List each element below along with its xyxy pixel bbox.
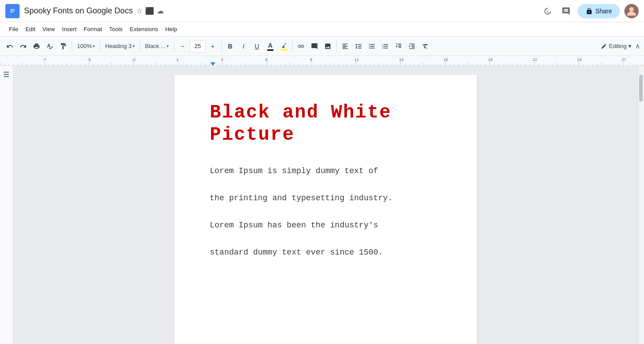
separator-6 [292, 41, 293, 52]
paint-format-button[interactable] [57, 39, 69, 53]
drive-icon[interactable]: ⬛ [145, 7, 154, 15]
separator-3 [140, 41, 140, 52]
menu-extensions[interactable]: Extensions [126, 24, 162, 34]
separator-1 [72, 41, 72, 52]
text-color-bar [267, 49, 273, 51]
highlight-color-button[interactable] [277, 39, 290, 53]
svg-point-5 [629, 7, 634, 12]
highlight-icon [281, 42, 287, 49]
title-bar: Spooky Fonts on Google Docs ☆ ⬛ ☁ Share [0, 0, 644, 22]
decrease-font-button[interactable]: − [176, 39, 189, 53]
menu-help[interactable]: Help [162, 24, 181, 34]
svg-rect-3 [10, 12, 13, 12]
font-name-arrow: ▾ [167, 44, 169, 49]
font-name-dropdown[interactable]: Black ... ▾ [143, 39, 171, 53]
zoom-dropdown[interactable]: 100% ▾ [74, 39, 98, 53]
svg-rect-1 [10, 9, 15, 9]
expand-toolbar-button[interactable]: ∧ [635, 42, 640, 50]
zoom-arrow: ▾ [93, 44, 95, 49]
bullet-list-button[interactable] [366, 39, 378, 53]
heading-style-value: Heading 3 [105, 43, 131, 49]
user-avatar[interactable] [624, 4, 639, 18]
heading-style-dropdown[interactable]: Heading 3 ▾ [102, 39, 137, 53]
heading-arrow: ▾ [133, 44, 135, 49]
font-size-input[interactable] [190, 40, 206, 53]
cloud-icon[interactable]: ☁ [157, 7, 164, 15]
separator-5 [221, 41, 222, 52]
menu-insert[interactable]: Insert [58, 24, 80, 34]
doc-body[interactable]: Lorem Ipsum is simply dummy text of the … [210, 164, 441, 259]
editing-mode-button[interactable]: Editing ▾ [597, 39, 635, 53]
menu-file[interactable]: File [5, 24, 22, 34]
zoom-value: 100% [77, 43, 92, 49]
insert-image-button[interactable] [322, 39, 334, 53]
text-color-button[interactable]: A [264, 39, 277, 53]
header-right: Share [540, 4, 639, 18]
title-action-icons: ☆ ⬛ ☁ [136, 7, 164, 15]
doc-canvas-wrapper[interactable]: Black and WhitePicture Lorem Ipsum is si… [13, 66, 638, 344]
numbered-list-button[interactable] [379, 39, 391, 53]
editing-mode-label: Editing [609, 43, 627, 49]
comment-button[interactable] [559, 4, 573, 18]
main-area: ☰ Black and WhitePicture Lorem Ipsum is … [0, 66, 644, 344]
menu-format[interactable]: Format [80, 24, 106, 34]
increase-font-button[interactable]: + [207, 39, 219, 53]
history-button[interactable] [540, 4, 554, 18]
font-name-value: Black ... [145, 43, 166, 49]
redo-button[interactable] [17, 39, 29, 53]
separator-2 [100, 41, 100, 52]
doc-heading[interactable]: Black and WhitePicture [210, 101, 441, 146]
separator-7 [336, 41, 337, 52]
scrollbar-area[interactable] [638, 66, 644, 344]
line-spacing-button[interactable] [352, 39, 365, 53]
star-icon[interactable]: ☆ [136, 7, 143, 15]
print-button[interactable] [30, 39, 43, 53]
menu-bar: File Edit View Insert Format Tools Exten… [0, 22, 644, 36]
toolbar-right: Editing ▾ ∧ [597, 39, 640, 53]
editing-mode-arrow: ▾ [628, 43, 632, 49]
toc-icon[interactable]: ☰ [3, 70, 9, 79]
doc-title: Spooky Fonts on Google Docs [24, 6, 133, 16]
bold-button[interactable]: B [224, 39, 236, 53]
menu-view[interactable]: View [39, 24, 58, 34]
share-label: Share [595, 8, 612, 15]
spellcheck-button[interactable] [44, 39, 56, 53]
ruler-canvas [0, 56, 644, 66]
clear-format-button[interactable] [419, 39, 432, 53]
ruler [0, 56, 644, 66]
separator-4 [174, 41, 174, 52]
sidebar-left: ☰ [0, 66, 13, 344]
menu-edit[interactable]: Edit [22, 24, 39, 34]
underline-button[interactable]: U [251, 39, 263, 53]
insert-link-button[interactable] [295, 39, 307, 53]
scrollbar-thumb[interactable] [639, 75, 643, 101]
indent-more-button[interactable] [406, 39, 418, 53]
app-icon[interactable] [5, 4, 20, 18]
highlight-color-bar [281, 49, 287, 50]
svg-rect-2 [10, 10, 15, 11]
undo-button[interactable] [4, 39, 16, 53]
align-button[interactable] [339, 39, 351, 53]
insert-comment-button[interactable] [308, 39, 321, 53]
menu-tools[interactable]: Tools [106, 24, 126, 34]
toolbar: 100% ▾ Heading 3 ▾ Black ... ▾ − + B I U… [0, 36, 644, 56]
italic-button[interactable]: I [237, 39, 250, 53]
indent-less-button[interactable] [392, 39, 405, 53]
text-color-icon: A [268, 42, 273, 49]
share-button[interactable]: Share [578, 4, 620, 18]
doc-page: Black and WhitePicture Lorem Ipsum is si… [174, 75, 477, 344]
